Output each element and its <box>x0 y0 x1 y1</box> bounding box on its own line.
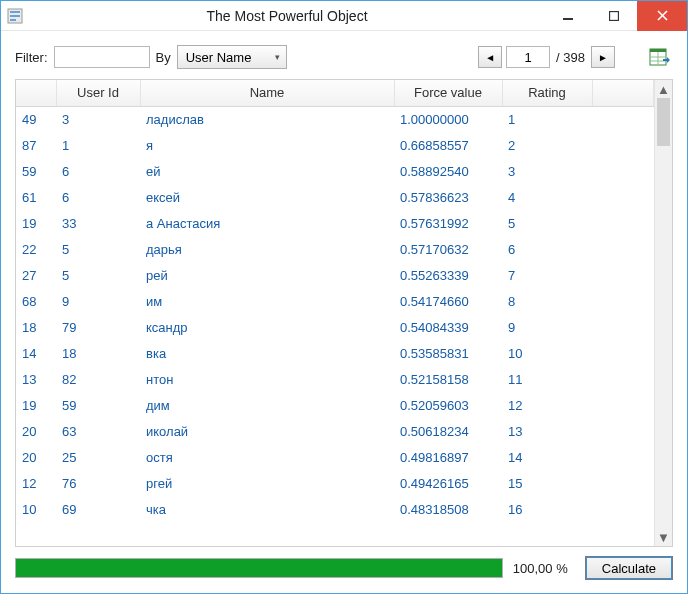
cell-force: 0.66858557 <box>394 132 502 158</box>
cell-force: 0.58892540 <box>394 158 502 184</box>
table-row[interactable]: 689им0.541746608 <box>16 288 654 314</box>
col-header-force[interactable]: Force value <box>394 80 502 106</box>
cell-force: 0.52158158 <box>394 366 502 392</box>
next-page-button[interactable]: ► <box>591 46 615 68</box>
table-row[interactable]: 616ексей0.578366234 <box>16 184 654 210</box>
col-header-rating[interactable]: Rating <box>502 80 592 106</box>
cell-rating: 11 <box>502 366 592 392</box>
svg-rect-3 <box>10 19 16 21</box>
cell-force: 0.57631992 <box>394 210 502 236</box>
cell-empty <box>592 392 654 418</box>
calculate-button[interactable]: Calculate <box>585 556 673 580</box>
cell-userid: 1 <box>56 132 140 158</box>
table-row[interactable]: 1933а Анастасия0.576319925 <box>16 210 654 236</box>
table-row[interactable]: 1879ксандр0.540843399 <box>16 314 654 340</box>
cell-userid: 5 <box>56 262 140 288</box>
cell-userid: 5 <box>56 236 140 262</box>
cell-force: 1.00000000 <box>394 106 502 132</box>
table-header-row: User Id Name Force value Rating <box>16 80 654 106</box>
toolbar: Filter: By User Name ▾ ◄ / 398 ► <box>15 43 673 71</box>
scroll-up-button[interactable]: ▲ <box>655 80 672 98</box>
cell-name: ексей <box>140 184 394 210</box>
table-row[interactable]: 2025остя0.4981689714 <box>16 444 654 470</box>
cell-index: 68 <box>16 288 56 314</box>
prev-page-button[interactable]: ◄ <box>478 46 502 68</box>
cell-rating: 8 <box>502 288 592 314</box>
filter-by-value: User Name <box>186 50 252 65</box>
cell-name: ей <box>140 158 394 184</box>
cell-userid: 69 <box>56 496 140 522</box>
table-row[interactable]: 596ей0.588925403 <box>16 158 654 184</box>
cell-userid: 6 <box>56 184 140 210</box>
table-row[interactable]: 1069чка0.4831850816 <box>16 496 654 522</box>
chevron-down-icon: ▼ <box>657 530 670 545</box>
cell-rating: 6 <box>502 236 592 262</box>
cell-name: ргей <box>140 470 394 496</box>
vertical-scrollbar[interactable]: ▲ ▼ <box>654 80 672 546</box>
cell-name: ладислав <box>140 106 394 132</box>
cell-userid: 79 <box>56 314 140 340</box>
cell-userid: 76 <box>56 470 140 496</box>
cell-index: 14 <box>16 340 56 366</box>
cell-empty <box>592 132 654 158</box>
scrollbar-track[interactable] <box>655 98 672 528</box>
filter-input[interactable] <box>54 46 150 68</box>
cell-empty <box>592 340 654 366</box>
cell-rating: 10 <box>502 340 592 366</box>
cell-rating: 16 <box>502 496 592 522</box>
data-grid: User Id Name Force value Rating 493ладис… <box>15 79 673 547</box>
cell-index: 10 <box>16 496 56 522</box>
cell-force: 0.49426165 <box>394 470 502 496</box>
cell-rating: 1 <box>502 106 592 132</box>
scrollbar-thumb[interactable] <box>657 98 670 146</box>
cell-name: дарья <box>140 236 394 262</box>
cell-name: иколай <box>140 418 394 444</box>
table: User Id Name Force value Rating 493ладис… <box>16 80 654 522</box>
cell-userid: 6 <box>56 158 140 184</box>
progress-bar <box>15 558 503 578</box>
arrow-right-icon: ► <box>598 52 608 63</box>
cell-empty <box>592 366 654 392</box>
cell-force: 0.49816897 <box>394 444 502 470</box>
cell-userid: 25 <box>56 444 140 470</box>
cell-force: 0.48318508 <box>394 496 502 522</box>
filter-by-select[interactable]: User Name ▾ <box>177 45 287 69</box>
by-label: By <box>156 50 171 65</box>
cell-rating: 12 <box>502 392 592 418</box>
export-excel-button[interactable] <box>645 43 673 71</box>
table-row[interactable]: 871я0.668585572 <box>16 132 654 158</box>
maximize-button[interactable] <box>591 1 637 31</box>
cell-empty <box>592 158 654 184</box>
cell-name: ксандр <box>140 314 394 340</box>
table-row[interactable]: 1382нтон0.5215815811 <box>16 366 654 392</box>
table-row[interactable]: 1276ргей0.4942616515 <box>16 470 654 496</box>
table-row[interactable]: 275рей0.552633397 <box>16 262 654 288</box>
window-title: The Most Powerful Object <box>29 8 545 24</box>
cell-empty <box>592 262 654 288</box>
cell-empty <box>592 470 654 496</box>
close-button[interactable] <box>637 1 687 31</box>
col-header-index[interactable] <box>16 80 56 106</box>
col-header-name[interactable]: Name <box>140 80 394 106</box>
col-header-userid[interactable]: User Id <box>56 80 140 106</box>
table-row[interactable]: 493ладислав1.000000001 <box>16 106 654 132</box>
titlebar[interactable]: The Most Powerful Object <box>1 1 687 31</box>
cell-rating: 7 <box>502 262 592 288</box>
table-row[interactable]: 1959дим0.5205960312 <box>16 392 654 418</box>
table-row[interactable]: 1418вка0.5358583110 <box>16 340 654 366</box>
cell-force: 0.54084339 <box>394 314 502 340</box>
table-row[interactable]: 2063иколай0.5061823413 <box>16 418 654 444</box>
page-input[interactable] <box>506 46 550 68</box>
excel-export-icon <box>647 45 671 69</box>
cell-name: им <box>140 288 394 314</box>
svg-rect-4 <box>563 18 573 20</box>
arrow-left-icon: ◄ <box>485 52 495 63</box>
col-header-empty <box>592 80 654 106</box>
svg-rect-9 <box>650 49 666 52</box>
cell-empty <box>592 106 654 132</box>
cell-rating: 4 <box>502 184 592 210</box>
table-row[interactable]: 225дарья0.571706326 <box>16 236 654 262</box>
minimize-button[interactable] <box>545 1 591 31</box>
close-icon <box>657 10 668 21</box>
scroll-down-button[interactable]: ▼ <box>655 528 672 546</box>
